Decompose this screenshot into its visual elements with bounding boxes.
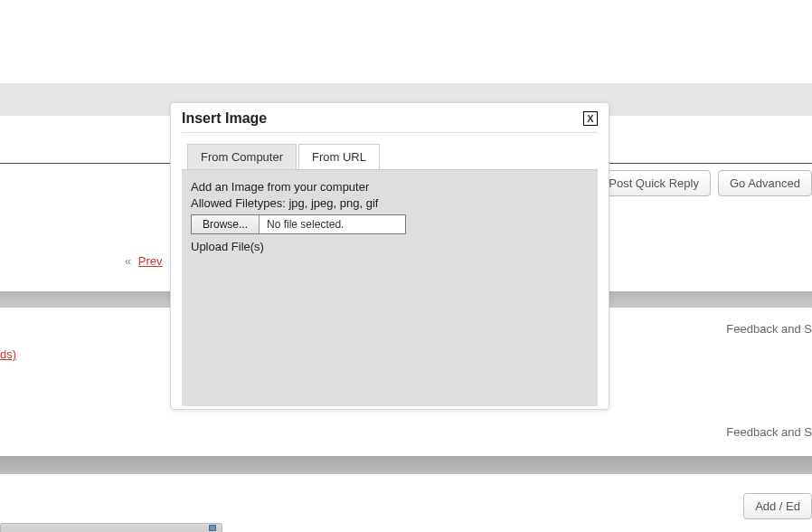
tab-from-url[interactable]: From URL xyxy=(298,144,380,169)
post-quick-reply-button[interactable]: Post Quick Reply xyxy=(597,170,711,196)
partial-link[interactable]: ds) xyxy=(0,347,16,361)
go-advanced-button[interactable]: Go Advanced xyxy=(718,170,812,196)
feedback-text: Feedback and S xyxy=(726,425,812,439)
prev-link[interactable]: Prev xyxy=(138,254,163,268)
dialog-divider xyxy=(182,132,598,133)
dialog-body: Add an Image from your computer Allowed … xyxy=(182,169,598,406)
file-input[interactable]: Browse... No file selected. xyxy=(191,214,406,234)
dialog-tabs: From Computer From URL xyxy=(187,144,609,169)
pagination-prev: « Prev xyxy=(125,254,163,268)
close-button[interactable]: X xyxy=(583,111,598,126)
reply-button-row: Post Quick Reply Go Advanced xyxy=(597,170,812,196)
chevron-left-icon: « xyxy=(125,254,131,268)
background-band xyxy=(0,456,812,474)
add-edit-button[interactable]: Add / Ed xyxy=(743,493,812,519)
upload-files-button[interactable]: Upload File(s) xyxy=(191,240,589,253)
dialog-header: Insert Image X xyxy=(171,103,609,132)
tab-from-computer[interactable]: From Computer xyxy=(187,144,297,169)
dialog-title: Insert Image xyxy=(182,110,267,127)
window-icon xyxy=(209,525,216,531)
insert-image-dialog: Insert Image X From Computer From URL Ad… xyxy=(170,102,609,410)
close-icon: X xyxy=(587,114,593,124)
upload-instruction: Add an Image from your computer xyxy=(191,179,589,195)
browse-button[interactable]: Browse... xyxy=(192,215,260,233)
taskbar-window-stub[interactable] xyxy=(0,523,222,532)
allowed-filetypes: Allowed Filetypes: jpg, jpeg, png, gif xyxy=(191,195,589,212)
file-status-text: No file selected. xyxy=(260,215,405,233)
feedback-text: Feedback and S xyxy=(726,322,812,336)
